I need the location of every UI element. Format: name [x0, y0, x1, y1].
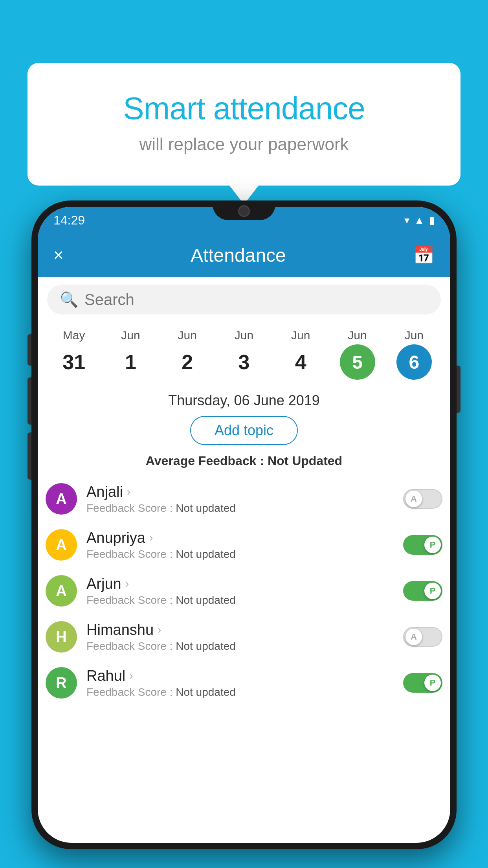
avg-feedback-value: Not Updated	[268, 454, 342, 468]
battery-icon: ▮	[429, 214, 435, 226]
speech-bubble: Smart attendance will replace your paper…	[28, 63, 460, 186]
search-icon: 🔍	[60, 291, 78, 308]
attendance-toggle[interactable]: P	[403, 581, 442, 601]
toggle-thumb: P	[424, 537, 441, 553]
student-feedback-score: Feedback Score : Not updated	[86, 686, 403, 699]
chevron-right-icon: ›	[149, 531, 153, 544]
student-info: Anupriya ›Feedback Score : Not updated	[86, 530, 403, 561]
cal-date-label[interactable]: 1	[113, 344, 148, 380]
calendar-day[interactable]: Jun4	[277, 329, 324, 380]
attendance-toggle[interactable]: A	[403, 627, 442, 647]
search-bar[interactable]: 🔍	[47, 285, 441, 314]
toggle-thumb: P	[424, 675, 441, 691]
calendar-day[interactable]: Jun5	[334, 329, 381, 380]
speech-bubble-title: Smart attendance	[59, 90, 429, 127]
chevron-right-icon: ›	[125, 577, 129, 590]
avatar: A	[46, 483, 77, 515]
avg-feedback-label: Average Feedback :	[146, 454, 268, 468]
chevron-right-icon: ›	[158, 623, 161, 636]
cal-month-label: Jun	[235, 329, 253, 342]
student-name: Rahul ›	[86, 668, 403, 684]
selected-date-label: Thursday, 06 June 2019	[38, 386, 450, 412]
student-name: Anjali ›	[86, 484, 403, 500]
avg-feedback: Average Feedback : Not Updated	[38, 451, 450, 476]
toggle-switch[interactable]: A	[403, 489, 442, 509]
app-bar: × Attendance 📅	[38, 234, 450, 277]
cal-month-label: Jun	[178, 329, 197, 342]
power-button	[457, 366, 460, 413]
student-feedback-score: Feedback Score : Not updated	[86, 640, 403, 653]
status-icons: ▾ ▲ ▮	[404, 214, 435, 226]
chevron-right-icon: ›	[129, 669, 133, 682]
cal-month-label: May	[63, 329, 85, 342]
student-feedback-score: Feedback Score : Not updated	[86, 548, 403, 561]
cal-month-label: Jun	[348, 329, 367, 342]
avatar: A	[46, 529, 77, 561]
phone-outer: 14:29 ▾ ▲ ▮ × Attendance 📅 🔍 May31Jun	[31, 200, 457, 849]
silent-button	[28, 334, 31, 366]
signal-icon: ▲	[414, 214, 424, 226]
toggle-thumb: A	[405, 491, 422, 507]
add-topic-button[interactable]: Add topic	[190, 416, 298, 445]
volume-up-button	[28, 377, 31, 425]
calendar-day[interactable]: Jun3	[220, 329, 268, 380]
toggle-switch[interactable]: P	[403, 673, 442, 693]
calendar-day[interactable]: Jun1	[107, 329, 154, 380]
volume-down-button	[28, 432, 31, 480]
student-name: Anupriya ›	[86, 530, 403, 546]
cal-date-label[interactable]: 6	[396, 344, 432, 380]
calendar-icon[interactable]: 📅	[413, 245, 435, 265]
table-row[interactable]: AAnjali ›Feedback Score : Not updatedA	[46, 476, 442, 522]
student-info: Arjun ›Feedback Score : Not updated	[86, 576, 403, 607]
student-info: Rahul ›Feedback Score : Not updated	[86, 668, 403, 699]
student-name: Arjun ›	[86, 576, 403, 592]
wifi-icon: ▾	[404, 214, 409, 226]
speech-bubble-container: Smart attendance will replace your paper…	[28, 63, 460, 186]
cal-month-label: Jun	[291, 329, 310, 342]
cal-month-label: Jun	[405, 329, 424, 342]
toggle-switch[interactable]: A	[403, 627, 442, 647]
cal-date-label[interactable]: 31	[56, 344, 92, 380]
search-input[interactable]	[84, 291, 428, 309]
attendance-toggle[interactable]: P	[403, 673, 442, 693]
cal-date-label[interactable]: 2	[170, 344, 205, 380]
cal-month-label: Jun	[121, 329, 140, 342]
close-icon[interactable]: ×	[53, 245, 64, 265]
student-name: Himanshu ›	[86, 622, 403, 638]
avatar: H	[46, 621, 77, 653]
student-feedback-score: Feedback Score : Not updated	[86, 502, 403, 515]
calendar-day[interactable]: May31	[50, 329, 97, 380]
toggle-switch[interactable]: P	[403, 581, 442, 601]
avatar: R	[46, 667, 77, 699]
cal-date-label[interactable]: 5	[340, 344, 375, 380]
cal-date-label[interactable]: 3	[226, 344, 262, 380]
phone-camera	[238, 205, 250, 217]
phone-screen: 14:29 ▾ ▲ ▮ × Attendance 📅 🔍 May31Jun	[38, 207, 450, 843]
app-bar-title: Attendance	[191, 245, 286, 266]
calendar-strip: May31Jun1Jun2Jun3Jun4Jun5Jun6	[38, 322, 450, 386]
phone-mockup: 14:29 ▾ ▲ ▮ × Attendance 📅 🔍 May31Jun	[31, 200, 457, 849]
table-row[interactable]: AAnupriya ›Feedback Score : Not updatedP	[46, 522, 442, 568]
status-time: 14:29	[53, 213, 85, 228]
student-list: AAnjali ›Feedback Score : Not updatedAAA…	[38, 476, 450, 706]
student-feedback-score: Feedback Score : Not updated	[86, 594, 403, 607]
add-topic-container: Add topic	[38, 412, 450, 451]
avatar: A	[46, 575, 77, 607]
toggle-switch[interactable]: P	[403, 535, 442, 555]
attendance-toggle[interactable]: P	[403, 535, 442, 555]
table-row[interactable]: RRahul ›Feedback Score : Not updatedP	[46, 660, 442, 706]
toggle-thumb: P	[424, 583, 441, 599]
chevron-right-icon: ›	[127, 485, 130, 498]
student-info: Himanshu ›Feedback Score : Not updated	[86, 622, 403, 653]
toggle-thumb: A	[405, 629, 422, 645]
student-info: Anjali ›Feedback Score : Not updated	[86, 484, 403, 515]
attendance-toggle[interactable]: A	[403, 489, 442, 509]
speech-bubble-subtitle: will replace your paperwork	[59, 134, 429, 154]
phone-notch	[213, 200, 275, 220]
calendar-day[interactable]: Jun6	[391, 329, 438, 380]
table-row[interactable]: HHimanshu ›Feedback Score : Not updatedA	[46, 614, 442, 660]
calendar-day[interactable]: Jun2	[164, 329, 211, 380]
cal-date-label[interactable]: 4	[283, 344, 318, 380]
table-row[interactable]: AArjun ›Feedback Score : Not updatedP	[46, 568, 442, 614]
